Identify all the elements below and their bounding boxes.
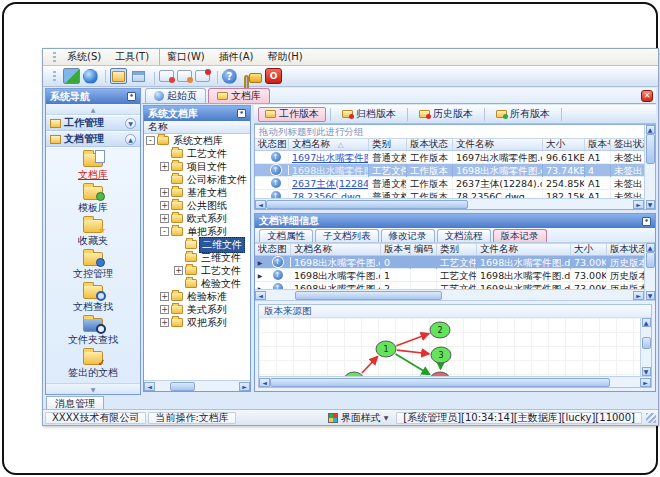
column-header[interactable]: 类别 — [369, 139, 407, 150]
message-manager-tab[interactable]: 消息管理 — [46, 396, 104, 410]
tree-expander-icon[interactable]: + — [160, 214, 169, 223]
resize-grip[interactable] — [646, 413, 656, 423]
tree-item[interactable]: 工艺文件 — [144, 147, 250, 160]
scroll-down-strip[interactable]: ▼ — [46, 383, 140, 394]
scroll-down-icon[interactable]: ▼ — [642, 367, 651, 376]
scroll-left-icon[interactable]: ◄ — [144, 382, 155, 391]
table-row[interactable]: ▶ ↑ 1698出水嘴零件图.dwg1工艺文件1698出水嘴零件图.dwg73.… — [255, 269, 644, 282]
document-tab[interactable]: 文档库 — [208, 88, 270, 103]
scroll-right-icon[interactable]: ► — [633, 291, 644, 300]
grid-horizontal-scrollbar[interactable]: ◄ ► — [255, 198, 644, 209]
sidebar-group-work[interactable]: 工作管理 ▼ — [46, 115, 140, 131]
sidebar-item[interactable]: 模板库 — [49, 185, 137, 216]
tree-column-header[interactable]: 名称 — [144, 121, 250, 134]
scroll-right-icon[interactable]: ► — [640, 378, 651, 387]
scroll-up-icon[interactable]: ▲ — [646, 243, 655, 252]
table-row[interactable]: ↑ 78 2356C.dwg普通文档工作版本78 2356C.dwg182.15… — [255, 190, 644, 198]
column-header[interactable]: 大小 — [543, 139, 585, 150]
graph-horizontal-scrollbar[interactable]: ◄ ► — [259, 376, 651, 387]
tree-expander-icon[interactable]: + — [160, 201, 169, 210]
detail-tab[interactable]: 版本记录 — [493, 229, 547, 242]
detail-tab[interactable]: 子文档列表 — [315, 229, 379, 242]
mail-compose-icon[interactable] — [159, 70, 174, 82]
close-icon[interactable]: ✕ — [641, 90, 653, 102]
help-icon[interactable] — [222, 69, 237, 84]
tree-item[interactable]: 二维文件 — [144, 238, 250, 251]
scroll-left-icon[interactable]: ◄ — [255, 291, 266, 300]
scroll-right-icon[interactable]: ► — [633, 200, 644, 209]
globe-icon[interactable] — [83, 69, 98, 84]
column-header[interactable]: 版本号 — [381, 244, 411, 255]
tree-item[interactable]: + 工艺文件 — [144, 264, 250, 277]
sidebar-item[interactable]: 收藏夹 — [49, 218, 137, 249]
tree-expander-icon[interactable]: + — [160, 188, 169, 197]
menu-item[interactable]: 系统(S) — [60, 49, 108, 65]
pin-icon[interactable]: • — [237, 109, 246, 118]
graph-vertical-scrollbar[interactable]: ▲ ▼ — [640, 318, 651, 376]
chevron-down-icon[interactable]: ▼ — [125, 118, 136, 129]
version-graph-canvas[interactable]: 01234 — [259, 318, 640, 376]
version-filter-button[interactable]: 所有版本 — [489, 107, 557, 122]
column-header[interactable]: 版本状态 — [607, 244, 644, 255]
tree-expander-icon[interactable]: + — [160, 162, 169, 171]
detail-tab[interactable]: 文档属性 — [259, 229, 313, 242]
sidebar-item[interactable]: 签出的文档 — [49, 350, 137, 381]
column-header[interactable]: 版本状态 — [407, 139, 453, 150]
sidebar-item[interactable]: 文档库 — [49, 152, 137, 183]
pin-icon[interactable]: • — [642, 217, 651, 226]
sidebar-item[interactable]: 文件夹查找 — [49, 317, 137, 348]
scroll-up-icon[interactable]: ▲ — [646, 125, 655, 134]
column-header[interactable]: 文件名称 — [477, 244, 571, 255]
version-filter-button[interactable]: 归档版本 — [335, 107, 403, 122]
tree-item[interactable]: + 基准文档 — [144, 186, 250, 199]
detail-tab[interactable]: 修改记录 — [381, 229, 435, 242]
table-row[interactable]: ▶ ↑ 1698出水嘴零件图.dwg2工艺文件1698出水嘴零件图.dwg73.… — [255, 282, 644, 289]
table-row[interactable]: ↑ 1697出水嘴零件图.dwg普通文档工作版本1697出水嘴零件图.dwg96… — [255, 151, 644, 164]
document-tab[interactable]: 起始页 — [145, 88, 206, 103]
scroll-left-icon[interactable]: ◄ — [259, 378, 270, 387]
column-header[interactable]: 文档名称 — [289, 139, 369, 150]
column-header[interactable]: 大小 — [571, 244, 607, 255]
screen-preview-icon[interactable] — [63, 68, 80, 84]
detail-horizontal-scrollbar[interactable]: ◄ ► — [255, 289, 644, 300]
grid-vertical-scrollbar[interactable]: ▲ ▼ — [644, 125, 655, 209]
table-row[interactable]: ↑ 1698出水嘴零件图.dwg工艺文件工作版本1698出水嘴零件图.dwg73… — [255, 164, 644, 177]
scroll-down-icon[interactable]: ▼ — [646, 291, 655, 300]
column-header[interactable]: 文档名称 — [291, 244, 381, 255]
scroll-up-strip[interactable]: ▲ — [46, 104, 140, 115]
detail-vertical-scrollbar[interactable]: ▲ ▼ — [644, 243, 655, 300]
table-row[interactable]: ↑ 2637主体(12284).dwg普通文档工作版本2637主体(12284)… — [255, 177, 644, 190]
tree-expander-icon[interactable]: - — [146, 136, 155, 145]
toolbar-grip[interactable] — [53, 52, 56, 63]
tree-item[interactable]: + 检验标准 — [144, 290, 250, 303]
menu-item[interactable]: 帮助(H) — [260, 49, 309, 65]
tree-item[interactable]: + 美式系列 — [144, 303, 250, 316]
tree-item[interactable]: + 欧式系列 — [144, 212, 250, 225]
chevron-up-icon[interactable]: ▲ — [125, 134, 136, 145]
tree-expander-icon[interactable]: + — [160, 318, 169, 327]
tree-item[interactable]: + 项目文件 — [144, 160, 250, 173]
sidebar-item[interactable]: 文控管理 — [49, 251, 137, 282]
mail-alert-icon[interactable] — [195, 70, 210, 82]
menu-item[interactable]: 窗口(W) — [159, 49, 212, 65]
sidebar-item[interactable]: 文档查找 — [49, 284, 137, 315]
tree-item[interactable]: 检验文件 — [144, 277, 250, 290]
document-window-icon[interactable] — [110, 68, 127, 84]
mail-receive-icon[interactable] — [177, 70, 192, 82]
column-header[interactable]: 类别 — [437, 244, 477, 255]
tree-expander-icon[interactable]: + — [174, 266, 183, 275]
scroll-right-icon[interactable]: ► — [239, 382, 250, 391]
table-row[interactable]: ▶ ↑ 1698出水嘴零件图.dwg0工艺文件1698出水嘴零件图.dwg73.… — [255, 256, 644, 269]
workspace-grid-icon[interactable] — [130, 68, 147, 84]
tree-item[interactable]: + 双把系列 — [144, 316, 250, 329]
column-header[interactable]: 版本号 — [585, 139, 611, 150]
ui-style-picker[interactable]: 界面样式 ▼ — [322, 412, 395, 424]
column-header[interactable]: 文件名称 — [453, 139, 543, 150]
version-filter-button[interactable]: 历史版本 — [412, 107, 480, 122]
tree-expander-icon[interactable]: - — [160, 227, 169, 236]
tree-item[interactable]: 三维文件 — [144, 251, 250, 264]
tree-item[interactable]: 公司标准文件 — [144, 173, 250, 186]
scroll-down-icon[interactable]: ▼ — [646, 200, 655, 209]
tree-expander-icon[interactable]: + — [160, 305, 169, 314]
column-header[interactable]: 签出状态 — [611, 139, 644, 150]
